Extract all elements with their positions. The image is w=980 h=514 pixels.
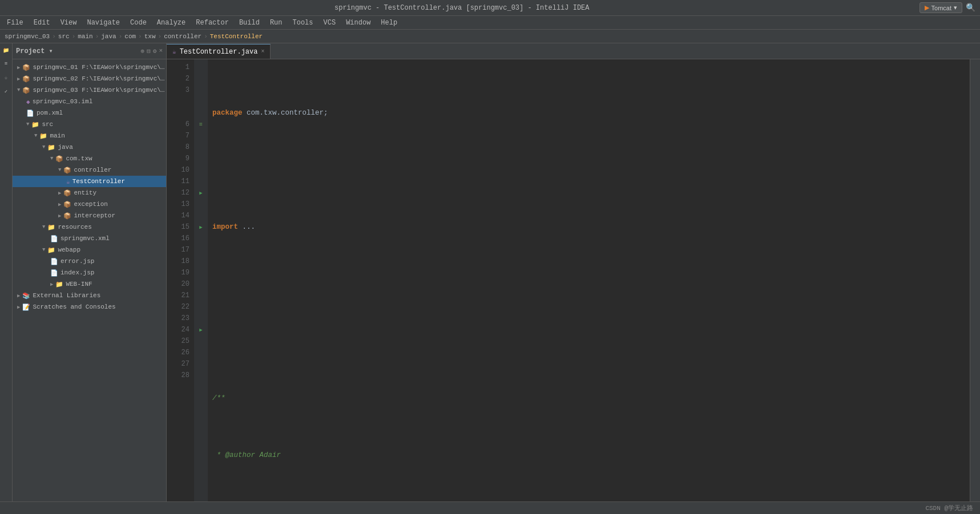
- tomcat-dropdown-icon[interactable]: ▾: [954, 4, 957, 11]
- ln-8: 8: [167, 141, 189, 153]
- tree-label: springmvc_01 F:\IEAWork\springmvc\sprin.…: [33, 64, 166, 71]
- breadcrumb-part-6[interactable]: controller: [164, 33, 201, 40]
- tree-item-pom[interactable]: 📄 pom.xml: [13, 107, 166, 119]
- tree-label: WEB-INF: [66, 281, 92, 288]
- code-content[interactable]: package com.txw.controller; import ... /…: [208, 59, 970, 501]
- project-panel-header: Project ▾ ⊕ ⊟ ⚙ ×: [13, 43, 166, 59]
- menu-refactor[interactable]: Refactor: [191, 18, 233, 28]
- tree-item-main[interactable]: ▼ 📁 main: [13, 130, 166, 141]
- menu-view[interactable]: View: [56, 18, 82, 28]
- tree-item-testcontroller[interactable]: ☕ TestController: [13, 176, 166, 187]
- gutter: ≡ ▶ ▶ ▶: [194, 59, 208, 501]
- tree-item-entity[interactable]: ▶ 📦 entity: [13, 187, 166, 199]
- tree-label: main: [50, 132, 64, 139]
- tomcat-button[interactable]: ▶ Tomcat ▾: [919, 2, 962, 13]
- tree-label: springmvc_02 F:\IEAWork\springmvc\sprin.…: [33, 75, 166, 82]
- breadcrumb-part-2[interactable]: main: [78, 33, 92, 40]
- search-everywhere-icon[interactable]: 🔍: [966, 3, 975, 13]
- expand-icon: ▶: [17, 293, 20, 299]
- breadcrumb-part-5[interactable]: txw: [144, 33, 156, 40]
- menu-window[interactable]: Window: [341, 18, 375, 28]
- tree-item-external-libs[interactable]: ▶ 📚 External Libraries: [13, 290, 166, 301]
- breadcrumb-part-1[interactable]: src: [58, 33, 70, 40]
- expand-icon: ▼: [42, 224, 45, 230]
- breadcrumb: springmvc_03 › src › main › java › com ›…: [0, 30, 980, 43]
- tree-item-iml[interactable]: ◆ springmvc_03.iml: [13, 96, 166, 107]
- folder-icon: 📁: [47, 144, 55, 151]
- expand-icon: ▶: [17, 76, 20, 82]
- tree-item-springmvc01[interactable]: ▶ 📦 springmvc_01 F:\IEAWork\springmvc\sp…: [13, 62, 166, 73]
- gutter-27: [194, 358, 208, 370]
- tree-item-java[interactable]: ▼ 📁 java: [13, 141, 166, 153]
- gutter-24[interactable]: ▶: [194, 324, 208, 335]
- menu-help[interactable]: Help: [376, 18, 402, 28]
- gutter-7: [194, 130, 208, 141]
- tree-item-com-txw[interactable]: ▼ 📦 com.txw: [13, 153, 166, 164]
- tree-item-webapp[interactable]: ▼ 📁 webapp: [13, 244, 166, 256]
- tab-testcontroller[interactable]: ☕ TestController.java ×: [167, 44, 271, 59]
- todo-icon[interactable]: ✓: [2, 87, 11, 96]
- tree-item-springmvcxml[interactable]: 📄 springmvc.xml: [13, 233, 166, 244]
- gutter-1: [194, 62, 208, 73]
- code-editor[interactable]: 1 2 3 6 7 8 9 10 11 12 13 14 15 16 17 18…: [167, 59, 980, 501]
- project-tool-icon[interactable]: 📁: [2, 46, 11, 55]
- expand-icon: ▼: [42, 247, 45, 253]
- menu-file[interactable]: File: [2, 18, 28, 28]
- settings-icon[interactable]: ⚙: [153, 47, 157, 55]
- tree-item-springmvc03[interactable]: ▼ 📦 springmvc_03 F:\IEAWork\springmvc\sp…: [13, 84, 166, 96]
- menu-build[interactable]: Build: [235, 18, 264, 28]
- menu-analyze[interactable]: Analyze: [152, 18, 190, 28]
- expand-icon: ▶: [58, 213, 61, 219]
- tree-item-controller[interactable]: ▼ 📦 controller: [13, 164, 166, 176]
- structure-icon[interactable]: ≡: [2, 59, 11, 68]
- folder-icon: 📁: [31, 121, 39, 128]
- gutter-25: [194, 335, 208, 347]
- menu-run[interactable]: Run: [265, 18, 287, 28]
- breadcrumb-part-7[interactable]: TestController: [210, 33, 263, 40]
- gutter-12[interactable]: ▶: [194, 187, 208, 199]
- tree-label: pom.xml: [37, 110, 63, 116]
- breadcrumb-part-4[interactable]: com: [124, 33, 136, 40]
- tree-item-exception[interactable]: ▶ 📦 exception: [13, 199, 166, 210]
- gutter-15[interactable]: ▶: [194, 221, 208, 233]
- project-header-icons: ⊕ ⊟ ⚙ ×: [141, 47, 163, 55]
- ln-28: 28: [167, 370, 189, 381]
- breadcrumb-part-3[interactable]: java: [101, 33, 116, 40]
- tree-item-indexjsp[interactable]: 📄 index.jsp: [13, 267, 166, 278]
- main-layout: 📁 ≡ ☆ ✓ Project ▾ ⊕ ⊟ ⚙ × ▶ 📦 springmvc_…: [0, 43, 980, 501]
- tree-item-scratches[interactable]: ▶ 📝 Scratches and Consoles: [13, 301, 166, 313]
- folder-icon: 📁: [47, 246, 55, 254]
- tree-label: error.jsp: [61, 258, 94, 265]
- menu-code[interactable]: Code: [126, 18, 151, 28]
- libs-icon: 📚: [22, 292, 30, 300]
- tree-item-springmvc02[interactable]: ▶ 📦 springmvc_02 F:\IEAWork\springmvc\sp…: [13, 73, 166, 84]
- gutter-20: [194, 278, 208, 290]
- tree-item-errorjsp[interactable]: 📄 error.jsp: [13, 256, 166, 267]
- menu-edit[interactable]: Edit: [29, 18, 55, 28]
- tree-item-webinf[interactable]: ▶ 📁 WEB-INF: [13, 278, 166, 290]
- close-panel-icon[interactable]: ×: [159, 47, 163, 55]
- tree-label: webapp: [58, 246, 80, 253]
- tree-label: External Libraries: [33, 292, 100, 299]
- menu-vcs[interactable]: VCS: [319, 18, 341, 28]
- tree-label: springmvc.xml: [61, 235, 110, 242]
- expand-icon: ▼: [34, 133, 37, 139]
- ln-26: 26: [167, 347, 189, 358]
- tree-item-resources[interactable]: ▼ 📁 resources: [13, 221, 166, 233]
- ln-11: 11: [167, 176, 189, 187]
- gutter-16: [194, 233, 208, 244]
- menu-tools[interactable]: Tools: [288, 18, 318, 28]
- locate-icon[interactable]: ⊕: [141, 47, 145, 55]
- tree-item-src[interactable]: ▼ 📁 src: [13, 119, 166, 130]
- menu-navigate[interactable]: Navigate: [82, 18, 124, 28]
- tab-bar: ☕ TestController.java ×: [167, 43, 980, 59]
- package-icon: 📦: [63, 167, 71, 174]
- tree-item-interceptor[interactable]: ▶ 📦 interceptor: [13, 210, 166, 221]
- tab-close-icon[interactable]: ×: [261, 48, 264, 55]
- expand-icon: ▶: [58, 201, 61, 208]
- expand-icon: ▼: [58, 167, 61, 173]
- favorites-icon[interactable]: ☆: [2, 73, 11, 82]
- breadcrumb-part-0[interactable]: springmvc_03: [5, 33, 50, 40]
- ln-9: 9: [167, 153, 189, 164]
- collapse-icon[interactable]: ⊟: [147, 47, 151, 55]
